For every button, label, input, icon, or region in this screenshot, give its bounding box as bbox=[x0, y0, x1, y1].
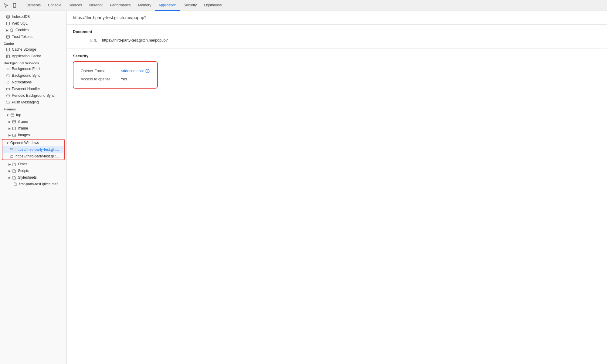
svg-point-3 bbox=[7, 22, 10, 23]
svg-rect-15 bbox=[13, 134, 16, 136]
sidebar-item-trust-tokens[interactable]: Trust Tokens bbox=[0, 33, 66, 40]
access-opener-label: Access to opener bbox=[81, 77, 117, 81]
opener-frame-link-text: <#document> bbox=[121, 69, 144, 73]
sidebar-item-payment-handler[interactable]: Payment Handler bbox=[0, 86, 66, 92]
sidebar-item-scripts[interactable]: ▶ Scripts bbox=[0, 167, 66, 174]
chevron-right-icon6: ▶ bbox=[8, 169, 11, 173]
document-section: Document URL https://third-party-test.gl… bbox=[67, 25, 607, 49]
opened-windows-label: Opened Windows bbox=[10, 141, 39, 145]
file-icon bbox=[13, 182, 17, 186]
sidebar-item-images[interactable]: ▶ Images bbox=[0, 132, 66, 138]
main-layout: IndexedDB Web SQL ▶ Cookies Trust Tokens… bbox=[0, 11, 607, 364]
sidebar-item-top[interactable]: ▼ top bbox=[0, 112, 66, 118]
opener-frame-link[interactable]: <#document> bbox=[121, 69, 150, 73]
content-area: https://third-party-test.glitch.me/popup… bbox=[67, 11, 607, 364]
svg-rect-17 bbox=[10, 148, 13, 151]
sidebar-item-cache-storage[interactable]: Cache Storage bbox=[0, 46, 66, 53]
sidebar-item-other[interactable]: ▶ Other bbox=[0, 161, 66, 167]
chevron-right-icon3: ▶ bbox=[8, 127, 11, 130]
iframe-icon1 bbox=[12, 120, 16, 124]
inspect-icon bbox=[145, 69, 150, 73]
clock-icon bbox=[6, 94, 10, 98]
iframe-icon2 bbox=[12, 126, 16, 130]
content-url-bar: https://third-party-test.glitch.me/popup… bbox=[67, 11, 607, 25]
sidebar-item-iframe2[interactable]: ▶ iframe bbox=[0, 125, 66, 132]
svg-rect-13 bbox=[13, 120, 16, 123]
access-opener-value: Yes bbox=[121, 77, 127, 81]
tab-security[interactable]: Security bbox=[180, 0, 200, 11]
chevron-down-icon: ▼ bbox=[6, 113, 9, 117]
tab-console[interactable]: Console bbox=[44, 0, 65, 11]
sidebar-item-iframe1[interactable]: ▶ iframe bbox=[0, 118, 66, 125]
window-icon3 bbox=[10, 154, 14, 158]
payment-icon bbox=[6, 87, 10, 91]
url-field-value: https://third-party-test.glitch.me/popup… bbox=[102, 38, 168, 42]
sidebar-item-first-party-file[interactable]: first-party-test.glitch.me/ bbox=[0, 181, 66, 187]
chevron-right-icon2: ▶ bbox=[8, 120, 11, 123]
access-opener-row: Access to opener Yes bbox=[81, 75, 150, 83]
websql-icon bbox=[6, 22, 10, 25]
toolbar-icons bbox=[2, 2, 18, 9]
security-section-content: Security Opener Frame <#document> bbox=[67, 49, 607, 93]
svg-rect-10 bbox=[7, 88, 10, 90]
window-icon bbox=[10, 113, 14, 117]
svg-point-7 bbox=[7, 48, 10, 49]
security-title: Security bbox=[73, 54, 601, 58]
tab-network[interactable]: Network bbox=[86, 0, 106, 11]
mobile-icon[interactable] bbox=[11, 2, 18, 9]
bell-icon bbox=[6, 80, 10, 84]
sidebar-item-opened-window2[interactable]: https://third-party-test.glitch.me/popup… bbox=[2, 153, 64, 160]
svg-rect-8 bbox=[7, 55, 10, 58]
tab-performance[interactable]: Performance bbox=[106, 0, 134, 11]
sidebar-item-opened-windows[interactable]: ▼ Opened Windows bbox=[2, 140, 64, 146]
window-icon2 bbox=[10, 148, 14, 152]
chevron-right-icon7: ▶ bbox=[8, 176, 11, 179]
svg-point-2 bbox=[7, 15, 10, 16]
opener-frame-label: Opener Frame bbox=[81, 69, 117, 73]
sidebar-item-notifications[interactable]: Notifications bbox=[0, 79, 66, 86]
tab-memory[interactable]: Memory bbox=[134, 0, 155, 11]
sync-icon bbox=[6, 74, 10, 78]
other-icon bbox=[12, 162, 16, 166]
tab-lighthouse[interactable]: Lighthouse bbox=[200, 0, 226, 11]
cache-storage-icon bbox=[6, 48, 10, 52]
content-url: https://third-party-test.glitch.me/popup… bbox=[73, 15, 147, 20]
sidebar-item-websql[interactable]: Web SQL bbox=[0, 20, 66, 27]
sidebar-item-push-messaging[interactable]: Push Messaging bbox=[0, 99, 66, 106]
bg-services-section-header: Background Services bbox=[0, 59, 66, 66]
svg-point-6 bbox=[7, 35, 10, 36]
sidebar-item-cookies[interactable]: ▶ Cookies bbox=[0, 27, 66, 33]
sidebar-item-bg-fetch[interactable]: Background Fetch bbox=[0, 66, 66, 72]
security-card: Opener Frame <#document> Access to opene… bbox=[73, 61, 158, 89]
tab-sources[interactable]: Sources bbox=[65, 0, 86, 11]
sidebar-item-periodic-bg-sync[interactable]: Periodic Background Sync bbox=[0, 92, 66, 99]
sidebar-item-app-cache[interactable]: Application Cache bbox=[0, 53, 66, 59]
tab-application[interactable]: Application bbox=[155, 0, 180, 11]
chevron-down-icon2: ▼ bbox=[6, 141, 9, 145]
svg-rect-14 bbox=[13, 127, 16, 130]
svg-rect-12 bbox=[11, 114, 14, 116]
trust-tokens-icon bbox=[6, 35, 10, 39]
frames-section-header: Frames bbox=[0, 106, 66, 112]
app-cache-icon bbox=[6, 54, 10, 58]
chevron-right-icon: ▶ bbox=[6, 29, 8, 32]
svg-rect-19 bbox=[11, 155, 13, 157]
images-icon bbox=[12, 133, 16, 137]
opened-windows-section: ▼ Opened Windows https://third-party-tes… bbox=[2, 139, 65, 160]
db-icon bbox=[6, 15, 10, 19]
bg-fetch-icon bbox=[6, 67, 10, 71]
cursor-icon[interactable] bbox=[2, 2, 10, 9]
chevron-right-icon5: ▶ bbox=[8, 163, 11, 166]
document-title: Document bbox=[73, 29, 601, 34]
opener-frame-row: Opener Frame <#document> bbox=[81, 67, 150, 75]
svg-point-1 bbox=[14, 6, 15, 7]
sidebar-item-opened-window1[interactable]: https://third-party-test.glitch.me/popup… bbox=[2, 146, 64, 153]
tab-elements[interactable]: Elements bbox=[22, 0, 44, 11]
url-field-row: URL https://third-party-test.glitch.me/p… bbox=[73, 37, 601, 44]
sidebar-item-stylesheets[interactable]: ▶ Stylesheets bbox=[0, 174, 66, 181]
sidebar-item-bg-sync[interactable]: Background Sync bbox=[0, 72, 66, 79]
url-field-label: URL bbox=[73, 38, 97, 42]
sidebar-item-indexeddb[interactable]: IndexedDB bbox=[0, 13, 66, 20]
cache-section-header: Cache bbox=[0, 40, 66, 46]
chevron-right-icon4: ▶ bbox=[8, 133, 11, 137]
